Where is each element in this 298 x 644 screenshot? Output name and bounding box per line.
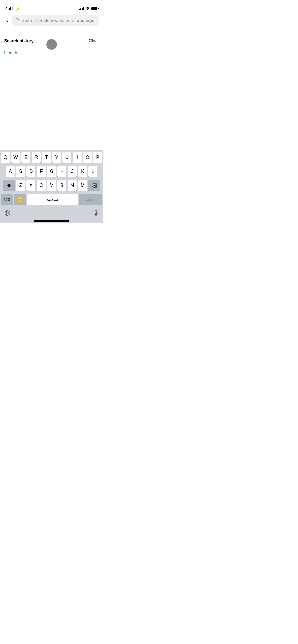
delete-key[interactable] [88, 180, 100, 191]
key-t[interactable]: T [42, 152, 51, 163]
svg-point-5 [6, 211, 8, 216]
num-key[interactable]: 123 [1, 194, 13, 205]
svg-rect-8 [95, 210, 97, 214]
key-row-4: 123 😊 space search [1, 194, 102, 205]
key-g[interactable]: G [47, 166, 56, 177]
search-icon [15, 18, 20, 23]
keyboard: Q W E R T Y U I O P A S D F G H J K L [0, 150, 103, 223]
svg-point-4 [5, 211, 10, 216]
shift-key[interactable] [3, 180, 15, 191]
key-b[interactable]: B [57, 180, 66, 191]
status-icons [79, 6, 98, 11]
key-q[interactable]: Q [1, 152, 10, 163]
key-s[interactable]: S [16, 166, 25, 177]
key-w[interactable]: W [11, 152, 20, 163]
battery-icon [91, 7, 98, 10]
key-n[interactable]: N [68, 180, 77, 191]
key-f[interactable]: F [37, 166, 46, 177]
search-input[interactable] [22, 18, 96, 23]
globe-icon[interactable] [4, 210, 11, 218]
search-key[interactable]: search [79, 194, 102, 205]
signal-bars-icon [79, 7, 84, 10]
drag-indicator [46, 39, 57, 50]
key-d[interactable]: D [26, 166, 35, 177]
key-r[interactable]: R [32, 152, 41, 163]
moon-icon: 🌙 [14, 6, 19, 11]
wifi-icon [85, 6, 90, 11]
key-l[interactable]: L [88, 166, 97, 177]
emoji-key[interactable]: 😊 [14, 194, 26, 205]
key-row-3: Z X C V B N M [1, 180, 102, 191]
space-key[interactable]: space [27, 194, 78, 205]
keyboard-bottom-bar [0, 208, 103, 222]
key-o[interactable]: O [83, 152, 92, 163]
status-time: 9:41 🌙 [5, 6, 19, 11]
search-bar-container: < [0, 13, 103, 28]
key-y[interactable]: Y [52, 152, 61, 163]
svg-line-1 [18, 21, 19, 22]
key-j[interactable]: J [68, 166, 77, 177]
key-x[interactable]: X [26, 180, 35, 191]
key-e[interactable]: E [21, 152, 30, 163]
key-i[interactable]: I [73, 152, 82, 163]
search-history-title: Search history [4, 39, 34, 43]
time-label: 9:41 [5, 6, 13, 11]
key-p[interactable]: P [93, 152, 102, 163]
key-u[interactable]: U [62, 152, 71, 163]
key-h[interactable]: H [57, 166, 66, 177]
keyboard-rows: Q W E R T Y U I O P A S D F G H J K L [0, 150, 103, 205]
key-row-2: A S D F G H J K L [1, 166, 102, 177]
clear-button[interactable]: Clear [89, 39, 99, 43]
key-row-1: Q W E R T Y U I O P [1, 152, 102, 163]
home-indicator [34, 220, 69, 222]
key-a[interactable]: A [6, 166, 15, 177]
status-bar: 9:41 🌙 [0, 0, 103, 13]
key-m[interactable]: M [78, 180, 87, 191]
key-v[interactable]: V [47, 180, 56, 191]
history-item-text: Health [4, 50, 17, 56]
search-bar[interactable] [12, 15, 99, 26]
back-button[interactable]: < [4, 17, 10, 25]
key-c[interactable]: C [37, 180, 46, 191]
key-k[interactable]: K [78, 166, 87, 177]
microphone-icon[interactable] [93, 210, 99, 218]
key-z[interactable]: Z [16, 180, 25, 191]
